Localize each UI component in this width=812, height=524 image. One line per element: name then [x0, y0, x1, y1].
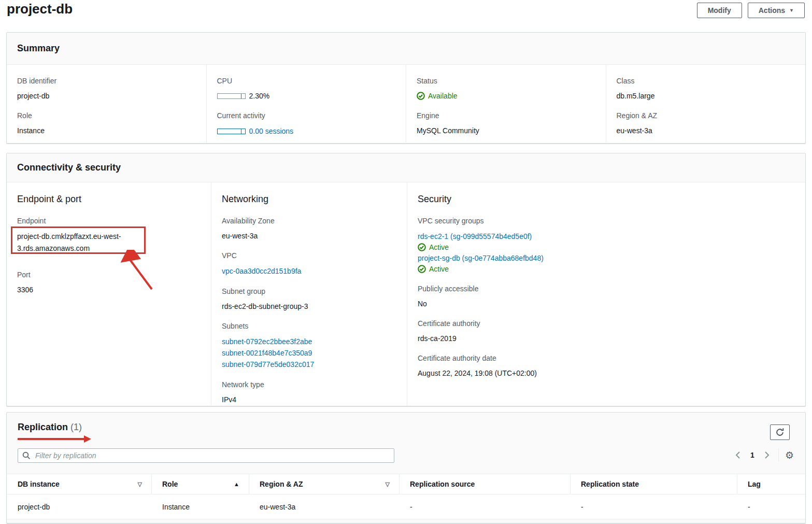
red-underline-arrow-annotation [18, 435, 93, 443]
availability-zone-value: eu-west-3a [222, 231, 396, 241]
security-group-status-text: Active [429, 264, 449, 274]
security-section: Security VPC security groups rds-ec2-1 (… [407, 182, 805, 405]
search-icon [22, 451, 31, 460]
subnet-group-value: rds-ec2-db-subnet-group-3 [222, 301, 396, 311]
table-row: project-db Instance eu-west-3a - - - [7, 494, 805, 519]
subnet-link[interactable]: subnet-0021f48b4e7c350a9 [222, 347, 312, 359]
check-circle-icon [417, 92, 425, 100]
filter-box [18, 448, 394, 463]
certificate-authority-value: rds-ca-2019 [418, 333, 795, 344]
refresh-icon [775, 428, 785, 437]
column-header-label: Role [162, 480, 178, 488]
column-header-label: DB instance [18, 480, 60, 488]
refresh-button[interactable] [770, 424, 790, 440]
role-value: Instance [17, 125, 196, 136]
networking-section: Networking Availability Zone eu-west-3a … [211, 182, 407, 405]
subnet-link[interactable]: subnet-0792ec2bbee3f2abe [222, 336, 312, 347]
security-group-status: Active [418, 264, 795, 274]
db-identifier-label: DB identifier [17, 76, 196, 86]
region-az-label: Region & AZ [617, 111, 795, 120]
actions-button[interactable]: Actions ▼ [748, 3, 805, 18]
port-label: Port [17, 270, 201, 279]
network-type-label: Network type [222, 380, 396, 389]
cell-lag: - [737, 503, 805, 511]
column-header-label: Replication state [581, 480, 639, 488]
connectivity-panel: Connectivity & security Endpoint & port … [6, 153, 806, 406]
settings-button[interactable]: ⚙ [783, 450, 796, 460]
certificate-authority-date-value: August 22, 2024, 19:08 (UTC+02:00) [418, 368, 795, 378]
class-label: Class [617, 76, 795, 86]
column-header-region-az[interactable]: Region & AZ ▽ [249, 474, 400, 494]
network-type-value: IPv4 [222, 394, 396, 405]
column-header-label: Region & AZ [260, 480, 303, 488]
connectivity-panel-title: Connectivity & security [7, 153, 805, 182]
check-circle-icon [418, 265, 426, 273]
table-header-row: DB instance ▽ Role ▲ Region & AZ ▽ Repli… [7, 474, 805, 494]
sort-none-icon: ▽ [138, 481, 142, 488]
page-number[interactable]: 1 [745, 451, 760, 459]
cpu-value: 2.30% [249, 91, 270, 101]
next-page-button[interactable] [760, 448, 774, 462]
actions-button-label: Actions [759, 6, 785, 15]
cpu-gauge-bar [217, 93, 246, 99]
summary-panel: Summary DB identifier project-db Role In… [6, 32, 806, 144]
engine-value: MySQL Community [417, 125, 595, 136]
sessions-gauge-bar [217, 129, 246, 134]
previous-page-button[interactable] [731, 448, 745, 462]
status-label: Status [417, 76, 595, 86]
subnet-link[interactable]: subnet-079d77e5de032c017 [222, 359, 314, 370]
sort-ascending-icon: ▲ [234, 481, 239, 487]
security-group-status: Active [418, 242, 795, 252]
endpoint-value: project-db.cmklzpffazxt.eu-west-3.rds.am… [17, 231, 137, 254]
column-header-replication-state[interactable]: Replication state [571, 474, 737, 494]
security-group-link[interactable]: rds-ec2-1 (sg-099d55574b4ed5e0f) [418, 231, 532, 242]
sessions-link[interactable]: 0.00 sessions [249, 125, 294, 137]
replication-panel: Replication (1) 1 ⚙ DB instance [6, 412, 806, 523]
modify-button[interactable]: Modify [697, 3, 742, 18]
column-header-label: Replication source [410, 480, 475, 488]
cell-replication-source: - [400, 503, 571, 511]
check-circle-icon [418, 243, 426, 251]
replication-count: (1) [70, 422, 82, 432]
class-value: db.m5.large [617, 91, 795, 101]
publicly-accessible-value: No [418, 299, 795, 309]
cell-region-az: eu-west-3a [249, 503, 400, 511]
replication-title-text: Replication [18, 422, 68, 432]
summary-col-metrics: CPU 2.30% Current activity 0.00 sessions [206, 65, 406, 143]
publicly-accessible-label: Publicly accessible [418, 284, 795, 293]
endpoint-label: Endpoint [17, 216, 201, 225]
summary-panel-title: Summary [7, 33, 805, 65]
filter-input[interactable] [34, 451, 390, 460]
endpoint-port-title: Endpoint & port [17, 194, 201, 205]
subnets-label: Subnets [222, 321, 396, 331]
current-activity-label: Current activity [217, 111, 396, 120]
subnet-group-label: Subnet group [222, 287, 396, 296]
pagination-divider [778, 448, 779, 462]
db-identifier-value: project-db [17, 91, 196, 101]
status-badge: Available [417, 91, 595, 101]
replication-title: Replication (1) [18, 422, 82, 433]
sort-none-icon: ▽ [386, 481, 390, 488]
column-header-lag[interactable]: Lag [737, 474, 805, 494]
status-value: Available [428, 91, 458, 101]
vpc-label: VPC [222, 251, 396, 260]
column-header-label: Lag [748, 480, 761, 488]
page-title: project-db [7, 1, 73, 17]
endpoint-port-section: Endpoint & port Endpoint project-db.cmkl… [7, 182, 211, 405]
vpc-security-groups-label: VPC security groups [418, 216, 795, 225]
header-actions: Modify Actions ▼ [697, 3, 805, 18]
region-az-value: eu-west-3a [617, 125, 795, 136]
column-header-role[interactable]: Role ▲ [152, 474, 249, 494]
security-title: Security [418, 194, 795, 205]
summary-col-status: Status Available Engine MySQL Community [406, 65, 606, 143]
column-header-replication-source[interactable]: Replication source [400, 474, 571, 494]
port-value: 3306 [17, 285, 201, 295]
column-header-db-instance[interactable]: DB instance ▽ [7, 474, 152, 494]
vpc-link[interactable]: vpc-0aa3d0cc2d151b9fa [222, 265, 301, 277]
caret-down-icon: ▼ [789, 8, 794, 13]
availability-zone-label: Availability Zone [222, 216, 396, 225]
cell-role: Instance [152, 503, 249, 511]
security-group-link[interactable]: project-sg-db (sg-0e774abba68efbd48) [418, 252, 544, 264]
replication-table: DB instance ▽ Role ▲ Region & AZ ▽ Repli… [7, 474, 805, 519]
cpu-label: CPU [217, 76, 396, 86]
